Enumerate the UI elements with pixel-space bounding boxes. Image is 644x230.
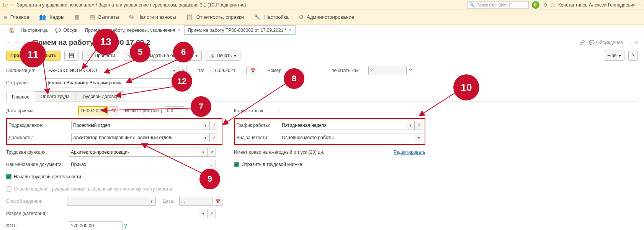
menu-icon[interactable]: ≡ — [639, 2, 642, 8]
emptype-input[interactable]: Основное место работы — [280, 133, 415, 142]
edit-link[interactable]: Редактировать — [394, 150, 425, 155]
forward-icon[interactable]: → — [14, 39, 20, 46]
menu-admin[interactable]: ⚙Администрирование — [299, 14, 354, 21]
open-icon[interactable]: ↗ — [208, 148, 216, 157]
print-as-input[interactable]: 2 — [368, 66, 407, 75]
titlebar: 1℮ ≡ Зарплата и управление персоналом / … — [0, 0, 644, 10]
chevron-down-icon[interactable]: ▾ — [147, 197, 156, 206]
method-prev-checkbox[interactable] — [6, 186, 11, 192]
rates-link[interactable]: 1 — [278, 108, 280, 113]
discuss-button[interactable]: 💬Обсуждение — [589, 40, 623, 45]
chevron-down-icon: ▾ — [195, 53, 198, 58]
menu-reports[interactable]: 📋Отчетность, справки — [186, 14, 244, 21]
method-date-label: Дата: — [163, 199, 178, 204]
help-icon[interactable]: ? — [409, 67, 412, 74]
payments-icon: ▤ — [90, 14, 95, 21]
subtab-contract[interactable]: Трудовой договор — [75, 91, 124, 102]
hire-date-input[interactable]: 16.09.2021 — [78, 106, 108, 115]
logo-1c: 1℮ — [2, 2, 8, 8]
sched-label: График работы: — [236, 123, 278, 128]
user-name: Константинов Алексей Геннадиевич — [558, 2, 636, 8]
chevron-down-icon[interactable]: ▾ — [201, 121, 210, 130]
help-button[interactable]: ? — [628, 51, 638, 61]
open-icon[interactable]: ↗ — [210, 133, 218, 142]
chevron-down-icon: ▾ — [234, 53, 236, 58]
callout-8: 8 — [284, 68, 304, 89]
tab-home-icon[interactable]: 🏠 — [6, 25, 17, 35]
docname-input[interactable]: Приказ — [69, 160, 208, 169]
link-icon[interactable]: 🔗 — [579, 40, 585, 45]
menu-payments[interactable]: ▤Выплаты — [90, 14, 119, 21]
func-input[interactable]: Архитектор-проектировщик — [69, 148, 199, 157]
menu-calc[interactable]: ▦ — [74, 14, 80, 21]
subtab-main[interactable]: Главное — [6, 92, 35, 102]
chevron-down-icon[interactable]: ▾ — [406, 121, 415, 130]
start-activity-checkbox[interactable] — [6, 174, 11, 179]
tab-home[interactable]: На страница — [17, 25, 52, 35]
calendar-icon[interactable]: 📅 — [249, 66, 257, 75]
calc-icon: ▦ — [74, 14, 80, 21]
row-employee: Сотрудник: Цимайло Владимир Владимирович… — [0, 77, 644, 89]
back-icon[interactable]: ← — [6, 39, 12, 46]
more-button[interactable]: Еще ▾ — [604, 51, 624, 61]
rank-label: Разряд (категория): — [6, 211, 67, 216]
subtab-salary[interactable]: Оплата труда — [35, 91, 75, 102]
reflect-checkbox[interactable] — [234, 162, 239, 167]
position-input[interactable]: Архитектор-проектировщик /Проектный отде… — [71, 133, 201, 142]
burger-icon[interactable]: ≡ — [11, 2, 14, 8]
save-button[interactable]: 💾 — [64, 51, 78, 61]
callout-6: 6 — [173, 42, 194, 62]
search-input[interactable]: 🔍 Поиск Ctrl+Shift+F — [467, 1, 529, 9]
open-icon[interactable]: ↗ — [210, 121, 218, 130]
tab-discuss[interactable]: 💬Обсуж — [52, 25, 81, 35]
close-icon[interactable]: × — [177, 28, 180, 33]
method-input[interactable] — [67, 197, 147, 206]
menu-staff[interactable]: 👥Кадры — [39, 14, 64, 21]
row-org: Организация: ТРАНСЛОГИСТИК ООО▾↗ та: 16.… — [0, 64, 644, 77]
menu-main[interactable]: ≡Главное — [4, 14, 29, 20]
menu-icon-main: ≡ — [4, 14, 7, 20]
calendar-icon[interactable]: 📅 — [110, 106, 118, 115]
report-icon: 📋 — [186, 14, 193, 21]
close-icon[interactable]: × — [635, 40, 638, 45]
menu-taxes[interactable]: %Налоги и взносы — [129, 14, 176, 20]
percent-icon: % — [129, 14, 134, 20]
sched-input[interactable]: Пятидневная неделя — [280, 121, 406, 130]
probation-input[interactable]: 0,0 — [165, 106, 184, 115]
help-icon[interactable]: ? — [124, 223, 127, 229]
tab-hire-doc[interactable]: Прием на работу ТР00-000002 от 17.09.202… — [184, 25, 296, 35]
chevron-down-icon[interactable]: ▾ — [201, 133, 210, 142]
emp-input[interactable]: Цимайло Владимир Владимирович — [44, 78, 170, 87]
method-label: Способ ведения: — [6, 199, 65, 204]
method-date-input[interactable]: . . — [179, 197, 213, 206]
bell-icon[interactable]: 🔔 — [532, 1, 539, 9]
emptype-label: Вид занятости: — [236, 135, 278, 140]
position-label: Должность: — [8, 135, 70, 140]
print-button[interactable]: 🖨Печать ▾ — [206, 51, 240, 61]
open-icon[interactable]: ↗ — [415, 121, 423, 130]
more-icon[interactable]: ⋮ — [627, 40, 631, 45]
print-icon: 🖨 — [210, 53, 214, 58]
close-icon[interactable]: × — [289, 28, 291, 33]
vacation-text: Имеет право на ежегодный отпуск (28) дн. — [234, 150, 324, 155]
callout-11: 11 — [20, 41, 46, 67]
chevron-down-icon[interactable]: ▾ — [415, 133, 423, 142]
open-icon[interactable]: ↗ — [208, 209, 216, 218]
help-icon[interactable]: ? — [186, 108, 189, 114]
calendar-icon[interactable]: 📅 — [214, 197, 222, 206]
dept-input[interactable]: Проектный отдел — [71, 121, 201, 130]
history-icon[interactable]: ⟲ — [543, 2, 547, 8]
star-icon[interactable]: ☆ — [550, 2, 555, 8]
fot-label: ФОТ: — [6, 223, 67, 228]
menu-settings[interactable]: 🔧Настройка — [254, 14, 289, 21]
chevron-down-icon[interactable]: ▾ — [199, 148, 208, 157]
org-input[interactable]: ТРАНСЛОГИСТИК ООО — [44, 66, 170, 75]
fot-input[interactable]: 170 000,00 — [69, 221, 123, 230]
date-input[interactable]: 16.09.2021 — [211, 66, 247, 75]
docname-label: Наименование документа: — [6, 162, 67, 167]
chevron-down-icon[interactable]: ▾ — [199, 209, 208, 218]
ellipsis-icon[interactable]: … — [208, 160, 216, 169]
rank-input[interactable] — [69, 209, 199, 218]
gear-icon: ⚙ — [299, 14, 304, 21]
method-prev-label: Способ ведения трудовой книжки, выбранны… — [14, 186, 172, 192]
